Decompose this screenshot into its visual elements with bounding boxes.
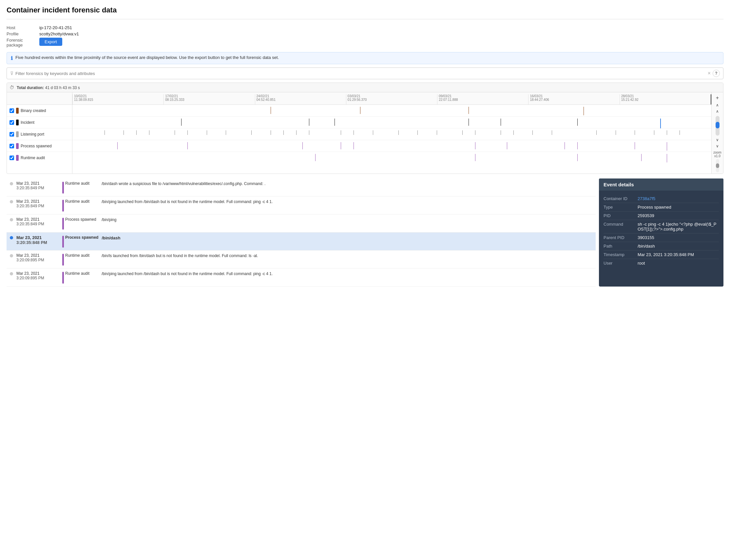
badge-bar-0	[62, 182, 64, 194]
chart-row-binary	[72, 105, 711, 117]
details-key-command: Command	[604, 222, 636, 232]
event-desc-4: /bin/ls launched from /bin/dash but is n…	[102, 253, 592, 259]
event-time-3: Mar 23, 2021 3:20:35:848 PM	[16, 235, 59, 245]
listening-label: Listening port	[21, 132, 44, 137]
event-desc-5: /bin/ping launched from /bin/dash but is…	[102, 271, 592, 277]
binary-checkbox[interactable]	[9, 108, 14, 113]
event-time-4: Mar 23, 2021 3:20:09:895 PM	[16, 253, 59, 262]
zoom-slider[interactable]	[716, 116, 720, 136]
incident-tick-selected	[660, 119, 661, 128]
lp-t10	[271, 130, 271, 135]
ps-t5	[353, 142, 354, 149]
export-btn-wrapper: Export	[39, 38, 723, 47]
timeline-row-incident: Incident	[7, 117, 72, 128]
incident-checkbox[interactable]	[9, 120, 14, 125]
event-dot-3	[10, 236, 13, 239]
ps-t4	[341, 142, 341, 149]
info-text: Five hundred events within the time prox…	[15, 55, 279, 60]
lp-t27	[616, 130, 616, 135]
lp-t6	[187, 130, 188, 135]
timeline-chart: 10/02/21 11:38:09.815 17/02/21 08:15:25.…	[72, 92, 711, 174]
chart-row-process	[72, 140, 711, 152]
details-row-path: Path /bin/dash	[604, 242, 719, 251]
badge-bar-5	[62, 272, 64, 284]
timeline-row-listening: Listening port	[7, 128, 72, 140]
details-row-container-id: Container ID 2738a7f5	[604, 195, 719, 203]
listening-checkbox[interactable]	[9, 132, 14, 137]
binary-label: Binary created	[21, 108, 46, 113]
details-row-parent-pid: Parent PID 3903155	[604, 233, 719, 242]
ps-t6	[475, 142, 476, 149]
event-desc-2: /bin/ping	[102, 217, 592, 223]
event-row-2[interactable]: Mar 23, 2021 3:20:35:849 PM Process spaw…	[7, 215, 596, 233]
ps-t8	[565, 142, 565, 149]
ps-t9	[577, 142, 578, 149]
event-badge-3: Process spawned	[62, 235, 98, 248]
filter-icon: ⊽	[10, 71, 13, 76]
lp-t1	[104, 130, 105, 135]
export-button[interactable]: Export	[39, 38, 62, 46]
bottom-section: Mar 23, 2021 3:20:35:849 PM Runtime audi…	[7, 178, 723, 287]
details-row-type: Type Process spawned	[604, 203, 719, 212]
details-key-pid: PID	[604, 213, 636, 218]
event-time-1: Mar 23, 2021 3:20:35:849 PM	[16, 199, 59, 208]
filter-input[interactable]	[15, 71, 706, 76]
ps-t3	[302, 142, 303, 149]
process-label: Process spawned	[21, 144, 52, 148]
event-dot-2	[10, 218, 13, 221]
details-val-container-id[interactable]: 2738a7f5	[638, 196, 719, 201]
event-dot-1	[10, 200, 13, 203]
filter-help-button[interactable]: ?	[713, 70, 720, 77]
lp-t16	[373, 130, 373, 135]
listening-color	[16, 131, 19, 137]
timeline-dates: 10/02/21 11:38:09.815 17/02/21 08:15:25.…	[72, 92, 711, 105]
event-row-5[interactable]: Mar 23, 2021 3:20:09:895 PM Runtime audi…	[7, 269, 596, 287]
ra-t3	[577, 154, 578, 161]
event-row-1[interactable]: Mar 23, 2021 3:20:35:849 PM Runtime audi…	[7, 196, 596, 215]
zoom-in-button[interactable]: +	[716, 94, 719, 102]
runtime-color	[16, 155, 19, 161]
duration-display: Total duration: 41 d 03 h 43 m 33 s	[17, 85, 80, 90]
event-badge-1: Runtime audit	[62, 199, 98, 212]
scroll-up-button[interactable]: ∧	[716, 102, 719, 108]
chart-rows	[72, 105, 711, 164]
lp-t30	[667, 130, 667, 135]
event-badge-5: Runtime audit	[62, 271, 98, 284]
timeline-scrollbar[interactable]	[716, 159, 719, 172]
details-header: Event details	[599, 178, 723, 191]
event-row-3[interactable]: Mar 23, 2021 3:20:35:848 PM Process spaw…	[7, 233, 596, 251]
runtime-checkbox[interactable]	[9, 156, 14, 160]
host-label: Host	[7, 25, 39, 30]
details-row-command: Command sh -c ping -c 4 1|echo "<?php @e…	[604, 220, 719, 233]
event-desc-0: /bin/dash wrote a suspicious file to /va…	[102, 181, 592, 187]
zoom-slider-thumb	[716, 122, 720, 128]
badge-bar-2	[62, 218, 64, 230]
timeline-row-runtime: Runtime audit	[7, 152, 72, 164]
lp-t22	[501, 130, 501, 135]
lp-t18	[418, 130, 418, 135]
chart-row-listening	[72, 128, 711, 140]
binary-tick-3	[469, 107, 469, 114]
process-checkbox[interactable]	[9, 144, 14, 148]
incident-tick-2	[309, 119, 309, 126]
event-row-4[interactable]: Mar 23, 2021 3:20:09:895 PM Runtime audi…	[7, 251, 596, 269]
chart-row-runtime	[72, 152, 711, 164]
timeline-header: ⏱ Total duration: 41 d 03 h 43 m 33 s	[7, 83, 723, 92]
timeline-row-binary: Binary created	[7, 105, 72, 117]
event-list: Mar 23, 2021 3:20:35:849 PM Runtime audi…	[7, 178, 596, 287]
scroll-up2-button[interactable]: ∧	[716, 108, 719, 115]
timeline-labels: Binary created Incident Listening port	[7, 92, 72, 174]
host-value: ip-172-20-41-251	[39, 25, 723, 30]
details-val-command: sh -c ping -c 4 1|echo "<?php @eval(\$_P…	[638, 222, 719, 232]
scroll-down-button[interactable]: ∨	[716, 137, 719, 143]
event-row-0[interactable]: Mar 23, 2021 3:20:35:849 PM Runtime audi…	[7, 178, 596, 196]
lp-t13	[309, 130, 309, 135]
filter-clear-button[interactable]: ×	[708, 71, 711, 76]
details-body: Container ID 2738a7f5 Type Process spawn…	[599, 191, 723, 271]
ra-t2	[475, 154, 476, 161]
details-key-timestamp: Timestamp	[604, 252, 636, 257]
lp-t11	[283, 130, 284, 135]
event-dot-5	[10, 272, 13, 275]
date-0: 10/02/21 11:38:09.815	[72, 94, 163, 104]
scroll-down2-button[interactable]: ∨	[716, 143, 719, 149]
